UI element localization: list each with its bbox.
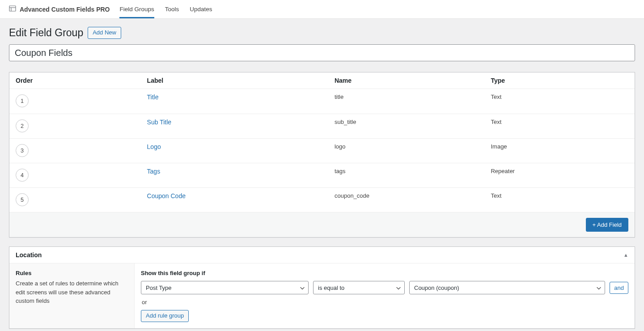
col-label-header: Label [141, 72, 328, 89]
field-name: title [335, 93, 343, 100]
field-type: Text [491, 192, 501, 199]
brand-title: Advanced Custom Fields PRO [20, 6, 110, 13]
field-type: Text [491, 93, 501, 100]
fields-footer: + Add Field [9, 212, 635, 237]
location-panel-title: Location [16, 251, 42, 259]
collapse-toggle-icon[interactable]: ▲ [623, 252, 628, 258]
rule-value-select[interactable]: Coupon (coupon) [409, 281, 605, 294]
field-label-link[interactable]: Coupon Code [147, 192, 186, 199]
field-name: sub_title [335, 119, 356, 125]
order-badge[interactable]: 1 [16, 94, 29, 107]
col-order-header: Order [9, 72, 141, 89]
tab-updates[interactable]: Updates [190, 0, 212, 18]
location-main: Show this field group if Post Type is eq… [135, 263, 635, 328]
field-label-link[interactable]: Tags [147, 168, 161, 175]
heading-row: Edit Field Group Add New [9, 27, 635, 39]
topbar: Advanced Custom Fields PRO Field Groups … [0, 0, 644, 19]
order-badge[interactable]: 3 [16, 144, 29, 157]
show-if-label: Show this field group if [141, 270, 628, 276]
field-row[interactable]: 3 Logo logo Image [9, 138, 635, 163]
add-new-button[interactable]: Add New [88, 27, 121, 39]
tab-tools[interactable]: Tools [165, 0, 179, 18]
topnav-tabs: Field Groups Tools Updates [119, 0, 212, 18]
field-label-link[interactable]: Title [147, 93, 159, 101]
or-label: or [142, 299, 628, 306]
rule-value-value: Coupon (coupon) [414, 284, 459, 291]
rule-row: Post Type is equal to Coupon (coupon) an… [141, 281, 628, 294]
add-and-rule-button[interactable]: and [610, 282, 628, 294]
fields-table-header: Order Label Name Type [9, 72, 635, 89]
order-badge[interactable]: 2 [16, 119, 29, 132]
group-title-input[interactable] [9, 44, 635, 61]
chevron-down-icon [300, 284, 305, 291]
fields-postbox: Order Label Name Type 1 Title title Text… [9, 72, 635, 238]
tab-field-groups[interactable]: Field Groups [119, 0, 154, 18]
field-label-link[interactable]: Sub Title [147, 119, 171, 126]
field-row[interactable]: 1 Title title Text [9, 89, 635, 114]
field-type: Repeater [491, 168, 514, 174]
field-type: Text [491, 119, 501, 125]
add-rule-group-button[interactable]: Add rule group [141, 310, 189, 322]
field-name: logo [335, 143, 346, 150]
rule-operator-select[interactable]: is equal to [313, 281, 405, 294]
field-name: coupon_code [335, 192, 369, 199]
field-row[interactable]: 5 Coupon Code coupon_code Text [9, 187, 635, 212]
acf-icon [9, 5, 16, 13]
title-input-wrap [9, 44, 635, 61]
field-row[interactable]: 4 Tags tags Repeater [9, 163, 635, 187]
order-badge[interactable]: 4 [16, 169, 29, 182]
location-body: Rules Create a set of rules to determine… [9, 263, 635, 328]
field-name: tags [335, 168, 346, 174]
rule-param-select[interactable]: Post Type [141, 281, 309, 294]
location-sidebar: Rules Create a set of rules to determine… [9, 263, 135, 328]
rules-description: Create a set of rules to determine which… [16, 279, 128, 306]
location-header: Location ▲ [9, 247, 635, 263]
fields-tbody: 1 Title title Text 2 Sub Title sub_title… [9, 89, 635, 212]
page-title: Edit Field Group [9, 27, 83, 39]
add-field-button[interactable]: + Add Field [586, 218, 628, 232]
field-label-link[interactable]: Logo [147, 143, 161, 150]
col-type-header: Type [484, 72, 635, 89]
field-type: Image [491, 143, 507, 150]
page-wrap: Edit Field Group Add New Order Label Nam… [0, 19, 644, 331]
field-row[interactable]: 2 Sub Title sub_title Text [9, 114, 635, 138]
order-badge[interactable]: 5 [16, 193, 29, 206]
col-name-header: Name [328, 72, 485, 89]
chevron-down-icon [597, 284, 601, 291]
location-postbox: Location ▲ Rules Create a set of rules t… [9, 246, 635, 329]
chevron-down-icon [396, 284, 401, 291]
rule-param-value: Post Type [146, 284, 172, 291]
rule-operator-value: is equal to [318, 284, 344, 291]
svg-rect-0 [9, 6, 16, 11]
rules-heading: Rules [16, 270, 128, 276]
brand: Advanced Custom Fields PRO [9, 5, 110, 13]
